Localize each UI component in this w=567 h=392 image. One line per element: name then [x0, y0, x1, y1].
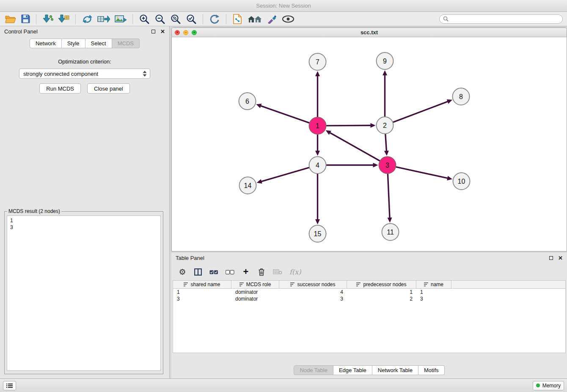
reset-home-icon[interactable]	[246, 13, 263, 25]
table-tabs: Node TableEdge TableNetwork TableMotifs	[294, 365, 444, 375]
memory-button[interactable]: Memory	[533, 381, 564, 390]
run-mcds-button[interactable]: Run MCDS	[39, 83, 81, 94]
search-input[interactable]	[451, 16, 559, 22]
import-table-icon[interactable]	[57, 13, 70, 25]
cell-shared-name[interactable]: 1	[173, 289, 231, 295]
column-header-MCDS-role[interactable]: MCDS role	[231, 281, 279, 288]
search-icon	[443, 16, 449, 22]
graph-edge-2-3[interactable]	[385, 134, 387, 152]
toolbar-separator	[75, 14, 76, 24]
cell-name[interactable]: 3	[416, 295, 451, 302]
app-window: Session: New Session	[0, 0, 567, 392]
table-tab-network-table[interactable]: Network Table	[372, 365, 418, 375]
float-panel-icon[interactable]	[151, 30, 155, 33]
graph-node-label-1: 1	[316, 122, 319, 130]
graph-edge-3-1[interactable]	[329, 132, 380, 160]
cell-predecessor-nodes[interactable]: 2	[347, 295, 416, 302]
select-all-icon[interactable]	[209, 267, 218, 276]
add-column-icon[interactable]: +	[242, 267, 250, 276]
close-window-icon[interactable]: ✕	[175, 30, 180, 35]
network-graph[interactable]: 7968124314101511	[172, 37, 567, 251]
table-row[interactable]: 1dominator411	[173, 289, 565, 295]
optimization-label: Optimization criterion:	[0, 58, 169, 65]
apply-layout-icon[interactable]	[81, 13, 94, 25]
mcds-result-list[interactable]: 1 3	[7, 215, 161, 371]
table-panel-header: Table Panel ✕	[171, 253, 567, 263]
cell-MCDS-role[interactable]: dominator	[231, 295, 279, 302]
mcds-result-title: MCDS result (2 nodes)	[7, 208, 61, 214]
optimization-dropdown[interactable]: strongly connected component	[19, 69, 150, 79]
column-header-label: name	[431, 282, 443, 287]
minimize-window-icon[interactable]: −	[183, 30, 188, 35]
graph-edge-4-14[interactable]	[260, 168, 309, 182]
column-header-predecessor-nodes[interactable]: predecessor nodes	[347, 281, 416, 288]
maximize-window-icon[interactable]: +	[192, 30, 197, 35]
zoom-fit-icon[interactable]	[169, 13, 182, 25]
window-title: Session: New Session	[256, 3, 311, 9]
tab-select[interactable]: Select	[85, 39, 112, 48]
cell-MCDS-role[interactable]: dominator	[231, 289, 279, 295]
show-hide-graphics-icon[interactable]	[281, 13, 295, 25]
mcds-panel: Optimization criterion: strongly connect…	[0, 52, 169, 378]
tab-style[interactable]: Style	[62, 39, 85, 48]
toolbar-separator	[36, 14, 36, 24]
graph-node-label-6: 6	[245, 98, 249, 105]
table-header-row: shared nameMCDS rolesuccessor nodesprede…	[173, 281, 565, 289]
table-tab-motifs[interactable]: Motifs	[418, 365, 445, 375]
save-session-icon[interactable]	[20, 13, 31, 25]
graph-node-label-15: 15	[314, 230, 322, 237]
zoom-in-icon[interactable]	[138, 13, 151, 25]
graph-node-label-4: 4	[316, 162, 319, 169]
import-network-table-icon[interactable]	[96, 13, 111, 25]
close-panel-button[interactable]: Close panel	[87, 83, 130, 94]
clone-network-view-icon[interactable]	[231, 13, 243, 25]
memory-status-icon	[536, 384, 540, 387]
float-table-panel-icon[interactable]	[549, 256, 553, 260]
graph-edge-1-2[interactable]	[326, 125, 372, 126]
table-row[interactable]: 3dominator323	[173, 295, 565, 302]
column-header-label: shared name	[190, 282, 220, 287]
unselect-all-icon[interactable]	[226, 267, 234, 276]
zoom-out-icon[interactable]	[154, 13, 166, 25]
network-view-titlebar: ✕ − + scc.txt	[172, 28, 567, 37]
table-tab-edge-table[interactable]: Edge Table	[333, 365, 372, 375]
control-panel-header: Control Panel ✕	[0, 26, 169, 37]
delete-column-icon[interactable]	[257, 267, 266, 276]
open-session-icon[interactable]	[4, 13, 17, 25]
column-header-shared-name[interactable]: shared name	[173, 281, 231, 288]
import-network-icon[interactable]	[41, 13, 54, 25]
cell-successor-nodes[interactable]: 4	[279, 289, 347, 295]
refresh-view-icon[interactable]	[208, 13, 221, 25]
cell-shared-name[interactable]: 3	[173, 295, 231, 302]
close-table-panel-icon[interactable]: ✕	[558, 255, 563, 261]
search-field[interactable]	[439, 14, 563, 24]
table-panel-title: Table Panel	[176, 255, 549, 261]
table-settings-icon[interactable]: ⚙	[178, 267, 187, 276]
cell-predecessor-nodes[interactable]: 1	[347, 289, 416, 295]
graph-edge-2-8[interactable]	[393, 101, 449, 122]
network-canvas[interactable]: 7968124314101511	[172, 37, 567, 251]
column-header-name[interactable]: name	[416, 281, 451, 288]
graph-edge-3-11[interactable]	[388, 174, 390, 219]
table-tab-node-table[interactable]: Node Table	[294, 365, 333, 375]
column-header-label: successor nodes	[297, 282, 335, 287]
graph-edge-1-6[interactable]	[260, 105, 309, 123]
panel-chooser-button[interactable]	[3, 381, 16, 390]
export-image-icon[interactable]	[114, 13, 127, 25]
zoom-selected-icon[interactable]	[185, 13, 198, 25]
apply-style-icon[interactable]	[266, 13, 278, 25]
cell-name[interactable]: 1	[416, 289, 451, 295]
close-panel-icon[interactable]: ✕	[160, 29, 165, 34]
graph-edge-3-10[interactable]	[396, 167, 449, 178]
list-icon	[6, 383, 13, 388]
delete-table-icon	[273, 267, 282, 276]
tab-mcds[interactable]: MCDS	[112, 39, 140, 48]
cell-successor-nodes[interactable]: 3	[279, 295, 347, 302]
control-panel: Control Panel ✕ NetworkStyleSelectMCDS O…	[0, 26, 170, 378]
status-bar: Memory	[0, 378, 567, 392]
graph-node-label-14: 14	[244, 182, 252, 189]
show-columns-icon[interactable]	[194, 267, 202, 276]
toolbar-separator	[226, 14, 226, 24]
tab-network[interactable]: Network	[30, 39, 62, 48]
column-header-successor-nodes[interactable]: successor nodes	[279, 281, 347, 288]
